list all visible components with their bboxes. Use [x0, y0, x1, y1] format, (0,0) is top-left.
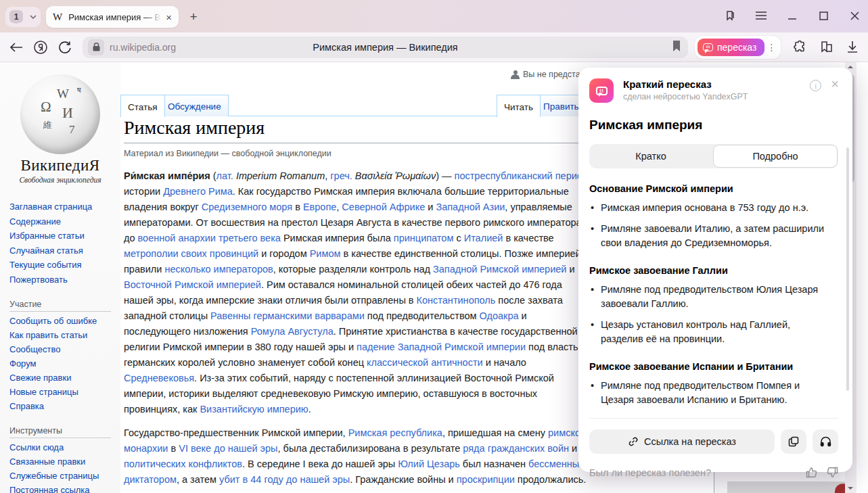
- sidebar-item-related-changes[interactable]: Связанные правки: [9, 456, 120, 467]
- collections-icon[interactable]: [819, 41, 834, 54]
- sidebar-item-random[interactable]: Случайная статья: [9, 245, 120, 256]
- sidebar-item-forum[interactable]: Форум: [9, 358, 120, 369]
- listen-button[interactable]: [813, 429, 838, 454]
- download-icon[interactable]: [846, 41, 859, 53]
- bookmark-icon[interactable]: [672, 40, 681, 52]
- wiki-nav-participation: Сообщить об ошибке Как править статьи Со…: [9, 316, 120, 411]
- sidebar-item-permanent-link[interactable]: Постоянная ссылка: [9, 485, 120, 493]
- headphones-icon: [820, 436, 831, 447]
- summary-bullet: Римляне под предводительством Помпея и Ц…: [589, 379, 827, 407]
- summary-link-label: Ссылка на пересказ: [644, 436, 736, 447]
- tab-group-control[interactable]: 1: [5, 7, 41, 27]
- scroll-down-icon[interactable]: [848, 487, 853, 490]
- close-window-icon[interactable]: [848, 9, 861, 22]
- sidebar-item-new-pages[interactable]: Новые страницы: [9, 387, 120, 397]
- side-panel-icon[interactable]: [723, 9, 737, 22]
- link-icon: [628, 436, 639, 447]
- tab-read[interactable]: Читать: [497, 95, 541, 117]
- sidebar-item-featured[interactable]: Избранные статьи: [9, 231, 120, 241]
- lock-icon[interactable]: [88, 39, 104, 55]
- tab-count-badge: 1: [9, 10, 23, 24]
- summary-heading: Римская империя: [589, 118, 839, 133]
- chevron-down-icon: [30, 15, 37, 19]
- sidebar-item-contents[interactable]: Содержание: [9, 216, 120, 227]
- user-icon: [511, 70, 520, 79]
- navigation-toolbar: ru.wikipedia.org Римская империя — Викип…: [0, 32, 868, 62]
- wiki-sidebar: W Ω И 維 7 ष ВикипедиЯ Свободная энциклоп…: [0, 62, 120, 493]
- sidebar-section-tools: Инструменты: [9, 426, 111, 438]
- sidebar-item-help[interactable]: Справка: [9, 401, 120, 411]
- summary-button[interactable]: ‹‹ пересказ: [698, 39, 764, 56]
- wikipedia-logo[interactable]: W Ω И 維 7 ष: [20, 74, 100, 154]
- wiki-logo-title: ВикипедиЯ: [0, 157, 120, 174]
- browser-window: 1 W Римская империя — Википедия × +: [0, 0, 868, 493]
- article-paragraph: Ри́мская импе́рия (лат. Imperium Romanum…: [124, 168, 592, 417]
- kebab-menu-icon[interactable]: ⋮: [764, 42, 778, 53]
- thumbs-up-icon[interactable]: [806, 467, 817, 478]
- summary-button-label: пересказ: [717, 42, 756, 53]
- summary-bullet: Цезарь установил контроль над Галлией, р…: [589, 318, 827, 346]
- feedback-question: Был ли пересказ полезен?: [589, 467, 806, 478]
- quote-bubble-icon: ‹‹: [703, 43, 713, 51]
- sidebar-item-community[interactable]: Сообщество: [9, 344, 120, 354]
- wiki-nav-main: Заглавная страница Содержание Избранные …: [9, 202, 120, 285]
- new-tab-button[interactable]: +: [185, 9, 202, 25]
- sidebar-section-participation: Участие: [9, 300, 111, 312]
- maximize-icon[interactable]: [817, 9, 830, 22]
- section-title: Римское завоевание Испании и Британии: [589, 361, 839, 372]
- url-domain: ru.wikipedia.org: [110, 42, 176, 53]
- section-title: Римское завоевание Галлии: [589, 265, 839, 276]
- sidebar-item-what-links-here[interactable]: Ссылки сюда: [9, 442, 120, 452]
- minimize-icon[interactable]: [785, 9, 799, 22]
- summary-link-button[interactable]: Ссылка на пересказ: [589, 429, 775, 454]
- tab-article[interactable]: Статья: [120, 95, 165, 117]
- sidebar-item-recent-changes[interactable]: Свежие правки: [9, 373, 120, 383]
- summary-sections: Основание Римской империи Римская импери…: [589, 183, 839, 407]
- address-bar[interactable]: ru.wikipedia.org Римская империя — Викип…: [83, 37, 688, 58]
- yandex-search-icon[interactable]: [31, 38, 50, 57]
- summary-panel-subtitle: сделан нейросетью YandexGPT: [623, 92, 810, 101]
- sidebar-item-report-error[interactable]: Сообщить об ошибке: [9, 316, 120, 326]
- summary-bullet: Римляне завоевали Италию, а затем расшир…: [589, 222, 827, 250]
- wiki-nav-tools: Ссылки сюда Связанные правки Служебные с…: [9, 442, 120, 493]
- copy-icon: [788, 436, 799, 447]
- info-icon[interactable]: i: [810, 80, 821, 91]
- scroll-up-icon[interactable]: [848, 66, 853, 68]
- summary-toolbar-widget: ‹‹ пересказ ⋮: [695, 36, 781, 59]
- sidebar-item-current-events[interactable]: Текущие события: [9, 260, 120, 270]
- sidebar-item-main-page[interactable]: Заглавная страница: [9, 202, 120, 212]
- sidebar-item-donate[interactable]: Пожертвовать: [9, 275, 120, 285]
- wikipedia-favicon: W: [53, 11, 62, 23]
- summary-bullet: Римская империя основана в 753 году до н…: [589, 201, 827, 215]
- tab-brief[interactable]: Кратко: [589, 144, 712, 168]
- summary-mode-switch: Кратко Подробно: [589, 144, 838, 168]
- empire-map-image[interactable]: [727, 482, 857, 493]
- browser-tab[interactable]: W Римская империя — Википедия ×: [46, 6, 179, 28]
- reload-icon[interactable]: [55, 38, 74, 57]
- extensions-puzzle-icon[interactable]: [793, 40, 807, 54]
- article-paragraph: Государство-предшественник Римской импер…: [124, 425, 592, 488]
- summary-panel-header: ‹‹ Краткий пересказ сделан нейросетью Ya…: [589, 78, 839, 103]
- back-icon[interactable]: [7, 38, 26, 57]
- copy-button[interactable]: [781, 429, 806, 454]
- tab-title: Римская империя — Википедия: [68, 12, 163, 22]
- panel-scrollbar-thumb[interactable]: [846, 147, 849, 391]
- wiki-logo-subtitle: Свободная энциклопедия: [0, 176, 120, 184]
- section-title: Основание Римской империи: [589, 183, 839, 194]
- menu-icon[interactable]: [754, 9, 768, 22]
- tab-talk[interactable]: Обсуждение: [160, 95, 229, 116]
- summary-bullet: Римляне под предводительством Юлия Цезар…: [589, 283, 827, 311]
- summary-panel-title: Краткий пересказ: [623, 78, 810, 90]
- summary-panel-icon: ‹‹: [589, 78, 614, 103]
- tab-bar: 1 W Римская империя — Википедия × +: [0, 0, 868, 32]
- sidebar-item-how-to-edit[interactable]: Как править статьи: [9, 330, 120, 340]
- divider: [589, 418, 838, 419]
- close-icon[interactable]: ×: [831, 78, 839, 89]
- tab-close-icon[interactable]: ×: [166, 11, 172, 23]
- sidebar-item-special-pages[interactable]: Служебные страницы: [9, 471, 120, 481]
- thumbs-down-icon[interactable]: [827, 467, 838, 478]
- summary-panel: ‹‹ Краткий пересказ сделан нейросетью Ya…: [578, 68, 852, 472]
- tab-detailed[interactable]: Подробно: [713, 145, 838, 168]
